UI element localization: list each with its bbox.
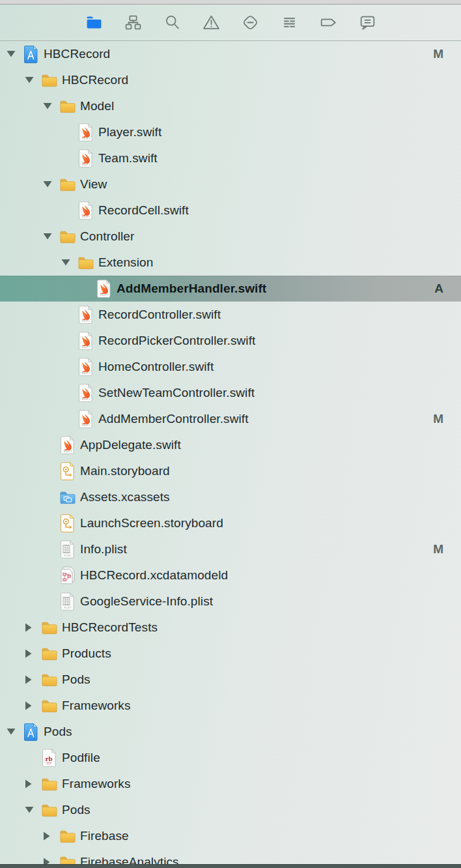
svg-text:SWIFT: SWIFT [64,450,72,453]
disclosure-triangle-icon[interactable] [43,231,60,242]
breakpoint-navigator-button[interactable] [319,13,338,32]
tree-row[interactable]: Frameworks [0,771,461,797]
disclosure-triangle-icon[interactable] [25,804,42,816]
tree-row[interactable]: Controller [0,224,461,250]
file-name-label: RecordCell.swift [98,203,189,218]
tree-row[interactable]: View [0,171,461,197]
svg-text:SWIFT: SWIFT [82,164,91,166]
tree-row[interactable]: Model [0,93,461,119]
disclosure-spacer [79,283,96,295]
tree-row[interactable]: SWIFTHomeController.swift [0,354,461,380]
tree-row[interactable]: SWIFTRecordController.swift [0,302,461,328]
file-name-label: Model [80,99,114,113]
folder-icon [60,227,76,246]
file-name-label: HBCRecord [44,47,110,61]
tree-row[interactable]: SWIFTAddMemberController.swiftM [0,406,461,432]
file-name-label: Pods [62,673,91,687]
source-control-status-badge: M [433,47,443,61]
tree-row[interactable]: HBCRecordTests [0,615,461,641]
disclosure-spacer [25,752,42,764]
tree-row[interactable]: Firebase [0,823,461,849]
disclosure-triangle-icon[interactable] [25,622,42,633]
disclosure-spacer [43,570,60,581]
file-name-label: Pods [62,803,91,817]
disclosure-triangle-icon[interactable] [25,74,42,86]
project-navigator-icon [85,13,104,32]
tree-row[interactable]: Pods [0,719,461,745]
tree-row[interactable]: Assets.xcassets [0,484,461,510]
disclosure-triangle-icon[interactable] [43,830,60,842]
plist-file-icon: PLIST [60,592,76,611]
disclosure-spacer [61,361,78,373]
swift-file-icon: SWIFT [78,331,94,351]
swift-file-icon: SWIFT [96,279,112,298]
disclosure-triangle-icon[interactable] [25,700,42,712]
file-name-label: AddMemberController.swift [98,412,249,426]
tree-row[interactable]: HBCRecord [0,67,461,93]
file-name-label: Team.swift [98,151,158,166]
tree-row[interactable]: SWIFTAddMemberHandler.swiftA [0,276,461,302]
file-name-label: View [80,177,107,192]
folder-icon [42,70,57,90]
tree-row[interactable]: Pods [0,667,461,693]
project-navigator-button[interactable] [85,13,104,32]
find-navigator-icon [163,13,182,32]
symbol-navigator-icon [124,13,143,32]
file-name-label: Frameworks [62,777,131,791]
tree-row[interactable]: Extension [0,250,461,276]
disclosure-spacer [61,152,78,164]
tree-row[interactable]: Pods [0,797,461,823]
test-navigator-button[interactable] [241,13,260,32]
file-name-label: Podfile [62,751,100,765]
tree-row[interactable]: Products [0,641,461,667]
disclosure-spacer [43,439,60,451]
tree-row[interactable]: SWIFTPlayer.swift [0,119,461,145]
tree-row[interactable]: PLISTInfo.plistM [0,536,461,562]
issue-navigator-button[interactable] [202,13,221,32]
disclosure-triangle-icon[interactable] [7,48,23,60]
folder-icon [42,618,57,637]
disclosure-spacer [61,413,78,425]
ruby-file-icon: rb [42,748,57,768]
tree-row[interactable]: LaunchScreen.storyboard [0,510,461,536]
tree-row[interactable]: Frameworks [0,693,461,719]
storyboard-file-icon [60,461,76,481]
tree-row[interactable]: PLISTGoogleService-Info.plist [0,588,461,615]
tree-row[interactable]: SWIFTSetNewTeamController.swift [0,380,461,406]
swift-file-icon: SWIFT [60,435,76,455]
tree-row[interactable]: HBCRecordM [0,41,461,67]
report-navigator-button[interactable] [358,13,377,32]
debug-navigator-button[interactable] [280,13,299,32]
tree-row[interactable]: SWIFTRecordCell.swift [0,197,461,224]
source-control-status-badge: M [433,412,443,426]
svg-text:SWIFT: SWIFT [82,320,91,323]
folder-icon [78,253,94,272]
disclosure-triangle-icon[interactable] [25,648,42,659]
symbol-navigator-button[interactable] [124,13,143,32]
find-navigator-button[interactable] [163,13,182,32]
tree-row[interactable]: Main.storyboard [0,458,461,484]
disclosure-triangle-icon[interactable] [7,726,23,738]
tree-row[interactable]: SWIFTAppDelegate.swift [0,432,461,458]
file-name-label: HBCRecordTests [62,620,158,635]
disclosure-triangle-icon[interactable] [25,674,42,686]
tree-row[interactable]: SWIFTTeam.swift [0,145,461,171]
disclosure-spacer [61,205,78,216]
storyboard-file-icon [60,514,76,533]
swift-file-icon: SWIFT [78,305,94,325]
tree-row[interactable]: HBCRecord.xcdatamodeld [0,562,461,588]
tree-row[interactable]: SWIFTRecordPickerController.swift [0,328,461,354]
disclosure-triangle-icon[interactable] [43,100,60,112]
folder-icon [42,774,57,794]
disclosure-triangle-icon[interactable] [43,179,60,190]
tree-row[interactable]: rbPodfile [0,745,461,771]
debug-navigator-icon [280,13,299,32]
source-control-status-badge: A [434,282,443,296]
disclosure-triangle-icon[interactable] [25,778,42,790]
file-name-label: Controller [80,229,134,244]
svg-text:SWIFT: SWIFT [82,398,91,401]
file-name-label: RecordPickerController.swift [98,334,255,348]
folder-icon [42,644,57,663]
disclosure-triangle-icon[interactable] [61,257,78,268]
project-navigator-tree: HBCRecordMHBCRecordModelSWIFTPlayer.swif… [0,41,461,868]
